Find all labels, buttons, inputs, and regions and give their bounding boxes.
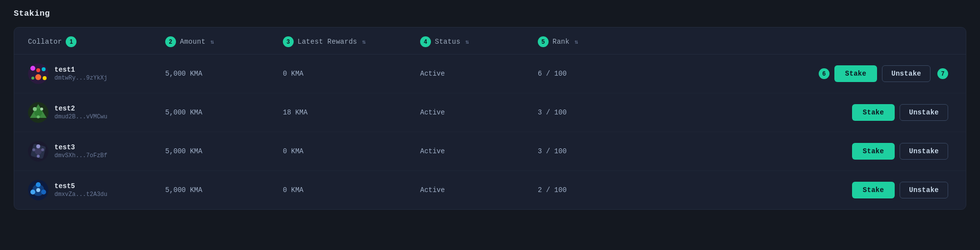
col-header-latest-rewards: 3 Latest Rewards ⇅	[283, 36, 420, 47]
stake-button[interactable]: Stake	[852, 182, 895, 198]
svg-point-17	[41, 148, 44, 151]
col-badge-2: 2	[165, 36, 176, 47]
collator-address: dmxvZa...t2A3du	[54, 191, 107, 198]
latest-rewards-cell: 0 KMA	[283, 186, 420, 194]
collator-address: dmvSXh...7oFzBf	[54, 152, 107, 159]
svg-point-2	[42, 67, 46, 71]
status-cell: Active	[420, 147, 538, 155]
status-cell: Active	[420, 186, 538, 194]
page-container: Staking Collator 1 2 Amount ⇅ 3 Latest R…	[0, 0, 980, 250]
rank-cell: 2 / 100	[538, 186, 655, 194]
svg-point-4	[31, 77, 34, 80]
stake-button[interactable]: Stake	[834, 65, 877, 82]
row-badge-stake: 6	[819, 68, 829, 79]
svg-point-19	[36, 144, 40, 148]
collator-info: test5 dmxvZa...t2A3du	[54, 182, 107, 198]
collator-name: test3	[54, 143, 107, 151]
col-header-amount: 2 Amount ⇅	[165, 36, 283, 47]
col-label-amount: Amount	[180, 38, 205, 46]
latest-rewards-cell: 18 KMA	[283, 109, 420, 116]
svg-point-1	[30, 66, 35, 71]
collator-address: dmtwRy...9zYkXj	[54, 75, 107, 82]
collator-info: test1 dmtwRy...9zYkXj	[54, 66, 107, 82]
stake-button[interactable]: Stake	[852, 104, 895, 121]
rank-cell: 6 / 100	[538, 70, 655, 78]
avatar	[28, 180, 49, 200]
status-cell: Active	[420, 70, 538, 78]
svg-point-5	[43, 76, 47, 80]
latest-rewards-cell: 0 KMA	[283, 147, 420, 155]
table-body: test1 dmtwRy...9zYkXj 5,000 KMA 0 KMA Ac…	[14, 55, 966, 209]
unstake-button[interactable]: Unstake	[900, 143, 948, 160]
row-badge-unstake: 7	[937, 68, 948, 79]
unstake-button[interactable]: Unstake	[900, 104, 948, 121]
collator-cell: test2 dmud2B...vVMCwu	[28, 102, 165, 123]
svg-point-24	[41, 190, 46, 194]
amount-cell: 5,000 KMA	[165, 147, 283, 155]
table-row: test3 dmvSXh...7oFzBf 5,000 KMA 0 KMA Ac…	[14, 132, 966, 171]
actions-cell: Stake Unstake	[655, 104, 952, 121]
collator-cell: test5 dmxvZa...t2A3du	[28, 180, 165, 200]
svg-point-15	[35, 148, 42, 155]
staking-table: Collator 1 2 Amount ⇅ 3 Latest Rewards ⇅…	[14, 27, 966, 210]
svg-point-18	[37, 155, 40, 158]
col-badge-4: 4	[420, 36, 431, 47]
col-badge-3: 3	[283, 36, 294, 47]
svg-point-10	[33, 107, 37, 111]
status-cell: Active	[420, 109, 538, 116]
svg-point-11	[40, 108, 43, 111]
col-badge-1: 1	[66, 36, 76, 47]
svg-point-16	[32, 148, 35, 151]
table-row: test2 dmud2B...vVMCwu 5,000 KMA 18 KMA A…	[14, 93, 966, 132]
col-label-collator: Collator	[28, 38, 62, 46]
col-label-latest-rewards: Latest Rewards	[298, 38, 357, 46]
collator-name: test5	[54, 182, 107, 190]
svg-point-6	[36, 68, 40, 72]
col-label-status: Status	[435, 38, 460, 46]
unstake-button[interactable]: Unstake	[882, 65, 930, 82]
col-header-collator: Collator 1	[28, 36, 165, 47]
svg-point-12	[37, 115, 40, 118]
sort-icon-status[interactable]: ⇅	[465, 38, 469, 46]
collator-cell: test3 dmvSXh...7oFzBf	[28, 141, 165, 162]
actions-cell: Stake Unstake	[655, 182, 952, 198]
actions-cell: Stake Unstake	[655, 143, 952, 160]
page-title: Staking	[14, 9, 966, 18]
amount-cell: 5,000 KMA	[165, 109, 283, 116]
col-badge-5: 5	[538, 36, 549, 47]
svg-point-22	[36, 182, 41, 187]
collator-name: test1	[54, 66, 107, 74]
avatar	[28, 63, 49, 84]
svg-point-23	[30, 190, 35, 194]
col-header-rank: 5 Rank ⇅	[538, 36, 655, 47]
actions-cell: 6 Stake Unstake 7	[655, 65, 952, 82]
collator-info: test2 dmud2B...vVMCwu	[54, 105, 107, 120]
svg-point-0	[28, 63, 49, 84]
amount-cell: 5,000 KMA	[165, 186, 283, 194]
sort-icon-rank[interactable]: ⇅	[575, 38, 578, 46]
avatar	[28, 141, 49, 162]
table-row: test5 dmxvZa...t2A3du 5,000 KMA 0 KMA Ac…	[14, 171, 966, 209]
rank-cell: 3 / 100	[538, 109, 655, 116]
sort-icon-amount[interactable]: ⇅	[210, 38, 214, 46]
collator-name: test2	[54, 105, 107, 112]
table-row: test1 dmtwRy...9zYkXj 5,000 KMA 0 KMA Ac…	[14, 55, 966, 93]
table-header: Collator 1 2 Amount ⇅ 3 Latest Rewards ⇅…	[14, 28, 966, 55]
col-header-status: 4 Status ⇅	[420, 36, 538, 47]
svg-point-25	[36, 188, 40, 192]
amount-cell: 5,000 KMA	[165, 70, 283, 78]
unstake-button[interactable]: Unstake	[900, 182, 948, 198]
svg-point-3	[35, 74, 41, 80]
avatar	[28, 102, 49, 123]
stake-button[interactable]: Stake	[852, 143, 895, 160]
sort-icon-latest-rewards[interactable]: ⇅	[362, 38, 366, 46]
collator-cell: test1 dmtwRy...9zYkXj	[28, 63, 165, 84]
collator-info: test3 dmvSXh...7oFzBf	[54, 143, 107, 159]
col-label-rank: Rank	[553, 38, 570, 46]
latest-rewards-cell: 0 KMA	[283, 70, 420, 78]
rank-cell: 3 / 100	[538, 147, 655, 155]
collator-address: dmud2B...vVMCwu	[54, 113, 107, 120]
